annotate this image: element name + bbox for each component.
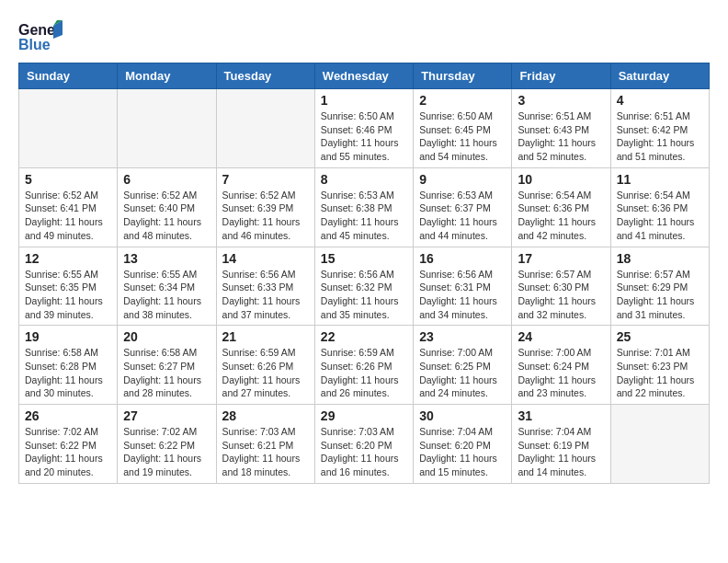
day-info: Sunrise: 6:56 AM Sunset: 6:33 PM Dayligh… bbox=[222, 268, 309, 322]
svg-text:Blue: Blue bbox=[18, 37, 51, 52]
day-info: Sunrise: 6:51 AM Sunset: 6:43 PM Dayligh… bbox=[518, 109, 604, 164]
weekday-header-saturday: Saturday bbox=[610, 63, 709, 89]
day-number: 7 bbox=[222, 172, 309, 187]
calendar-cell: 12Sunrise: 6:55 AM Sunset: 6:35 PM Dayli… bbox=[19, 247, 118, 326]
day-info: Sunrise: 6:59 AM Sunset: 6:26 PM Dayligh… bbox=[321, 346, 407, 400]
calendar-cell: 5Sunrise: 6:52 AM Sunset: 6:41 PM Daylig… bbox=[19, 167, 118, 247]
day-info: Sunrise: 6:52 AM Sunset: 6:39 PM Dayligh… bbox=[222, 189, 309, 243]
day-info: Sunrise: 6:57 AM Sunset: 6:30 PM Dayligh… bbox=[518, 268, 604, 322]
calendar-week-3: 12Sunrise: 6:55 AM Sunset: 6:35 PM Dayli… bbox=[19, 247, 710, 326]
day-number: 17 bbox=[518, 251, 604, 266]
day-info: Sunrise: 7:04 AM Sunset: 6:20 PM Dayligh… bbox=[419, 425, 506, 479]
day-number: 3 bbox=[518, 93, 604, 108]
day-number: 18 bbox=[617, 251, 703, 266]
day-number: 26 bbox=[25, 408, 111, 423]
calendar-cell: 22Sunrise: 6:59 AM Sunset: 6:26 PM Dayli… bbox=[314, 326, 413, 405]
day-info: Sunrise: 7:00 AM Sunset: 6:25 PM Dayligh… bbox=[419, 346, 506, 400]
day-number: 21 bbox=[222, 329, 309, 344]
day-info: Sunrise: 6:52 AM Sunset: 6:40 PM Dayligh… bbox=[123, 189, 210, 243]
calendar-week-2: 5Sunrise: 6:52 AM Sunset: 6:41 PM Daylig… bbox=[19, 167, 710, 247]
calendar-cell: 29Sunrise: 7:03 AM Sunset: 6:20 PM Dayli… bbox=[314, 405, 413, 484]
day-number: 22 bbox=[321, 329, 407, 344]
day-number: 13 bbox=[123, 251, 210, 266]
calendar-cell: 18Sunrise: 6:57 AM Sunset: 6:29 PM Dayli… bbox=[610, 247, 709, 326]
calendar-cell: 9Sunrise: 6:53 AM Sunset: 6:37 PM Daylig… bbox=[414, 167, 512, 247]
weekday-header-wednesday: Wednesday bbox=[314, 63, 413, 89]
calendar-cell: 17Sunrise: 6:57 AM Sunset: 6:30 PM Dayli… bbox=[512, 247, 610, 326]
calendar-cell: 28Sunrise: 7:03 AM Sunset: 6:21 PM Dayli… bbox=[216, 405, 314, 484]
day-info: Sunrise: 6:55 AM Sunset: 6:35 PM Dayligh… bbox=[25, 268, 111, 322]
day-info: Sunrise: 6:56 AM Sunset: 6:32 PM Dayligh… bbox=[321, 268, 407, 322]
day-number: 31 bbox=[518, 408, 604, 423]
day-number: 19 bbox=[25, 329, 111, 344]
calendar-cell: 4Sunrise: 6:51 AM Sunset: 6:42 PM Daylig… bbox=[610, 89, 709, 168]
day-number: 8 bbox=[321, 172, 407, 187]
calendar-cell: 27Sunrise: 7:02 AM Sunset: 6:22 PM Dayli… bbox=[118, 405, 216, 484]
calendar-table: SundayMondayTuesdayWednesdayThursdayFrid… bbox=[18, 63, 710, 484]
calendar-cell: 6Sunrise: 6:52 AM Sunset: 6:40 PM Daylig… bbox=[118, 167, 216, 247]
calendar-week-5: 26Sunrise: 7:02 AM Sunset: 6:22 PM Dayli… bbox=[19, 405, 710, 484]
day-number: 16 bbox=[419, 251, 506, 266]
calendar-cell: 14Sunrise: 6:56 AM Sunset: 6:33 PM Dayli… bbox=[216, 247, 314, 326]
day-info: Sunrise: 6:50 AM Sunset: 6:46 PM Dayligh… bbox=[321, 109, 407, 164]
calendar-cell: 25Sunrise: 7:01 AM Sunset: 6:23 PM Dayli… bbox=[610, 326, 709, 405]
day-info: Sunrise: 6:57 AM Sunset: 6:29 PM Dayligh… bbox=[617, 268, 703, 322]
calendar-week-1: 1Sunrise: 6:50 AM Sunset: 6:46 PM Daylig… bbox=[19, 89, 710, 168]
day-info: Sunrise: 7:03 AM Sunset: 6:20 PM Dayligh… bbox=[321, 425, 407, 479]
day-info: Sunrise: 6:53 AM Sunset: 6:38 PM Dayligh… bbox=[321, 189, 407, 243]
day-number: 15 bbox=[321, 251, 407, 266]
day-info: Sunrise: 7:03 AM Sunset: 6:21 PM Dayligh… bbox=[222, 425, 309, 479]
calendar-cell bbox=[19, 89, 118, 168]
calendar-cell: 10Sunrise: 6:54 AM Sunset: 6:36 PM Dayli… bbox=[512, 167, 610, 247]
day-number: 10 bbox=[518, 172, 604, 187]
calendar-cell: 16Sunrise: 6:56 AM Sunset: 6:31 PM Dayli… bbox=[414, 247, 512, 326]
day-number: 12 bbox=[25, 251, 111, 266]
weekday-header-sunday: Sunday bbox=[19, 63, 118, 89]
day-info: Sunrise: 6:58 AM Sunset: 6:27 PM Dayligh… bbox=[123, 346, 210, 400]
day-number: 14 bbox=[222, 251, 309, 266]
calendar-cell bbox=[118, 89, 216, 168]
day-info: Sunrise: 7:01 AM Sunset: 6:23 PM Dayligh… bbox=[617, 346, 703, 400]
calendar-cell: 1Sunrise: 6:50 AM Sunset: 6:46 PM Daylig… bbox=[314, 89, 413, 168]
calendar-cell bbox=[216, 89, 314, 168]
day-number: 27 bbox=[123, 408, 210, 423]
logo-icon: General Blue bbox=[18, 18, 63, 53]
day-info: Sunrise: 7:04 AM Sunset: 6:19 PM Dayligh… bbox=[518, 425, 604, 479]
day-number: 4 bbox=[617, 93, 703, 108]
weekday-header-tuesday: Tuesday bbox=[216, 63, 314, 89]
day-number: 2 bbox=[419, 93, 506, 108]
day-info: Sunrise: 6:53 AM Sunset: 6:37 PM Dayligh… bbox=[419, 189, 506, 243]
day-number: 25 bbox=[617, 329, 703, 344]
logo: General Blue bbox=[18, 18, 63, 53]
day-info: Sunrise: 6:52 AM Sunset: 6:41 PM Dayligh… bbox=[25, 189, 111, 243]
day-info: Sunrise: 6:59 AM Sunset: 6:26 PM Dayligh… bbox=[222, 346, 309, 400]
day-number: 11 bbox=[617, 172, 703, 187]
calendar-cell bbox=[610, 405, 709, 484]
weekday-header-thursday: Thursday bbox=[414, 63, 512, 89]
day-number: 20 bbox=[123, 329, 210, 344]
calendar-cell: 24Sunrise: 7:00 AM Sunset: 6:24 PM Dayli… bbox=[512, 326, 610, 405]
page-header: General Blue bbox=[18, 18, 710, 53]
calendar-cell: 3Sunrise: 6:51 AM Sunset: 6:43 PM Daylig… bbox=[512, 89, 610, 168]
day-info: Sunrise: 6:54 AM Sunset: 6:36 PM Dayligh… bbox=[617, 189, 703, 243]
day-info: Sunrise: 7:02 AM Sunset: 6:22 PM Dayligh… bbox=[123, 425, 210, 479]
calendar-cell: 19Sunrise: 6:58 AM Sunset: 6:28 PM Dayli… bbox=[19, 326, 118, 405]
day-number: 5 bbox=[25, 172, 111, 187]
weekday-header-monday: Monday bbox=[118, 63, 216, 89]
day-info: Sunrise: 6:56 AM Sunset: 6:31 PM Dayligh… bbox=[419, 268, 506, 322]
calendar-cell: 30Sunrise: 7:04 AM Sunset: 6:20 PM Dayli… bbox=[414, 405, 512, 484]
day-info: Sunrise: 6:51 AM Sunset: 6:42 PM Dayligh… bbox=[617, 109, 703, 164]
day-info: Sunrise: 7:00 AM Sunset: 6:24 PM Dayligh… bbox=[518, 346, 604, 400]
day-info: Sunrise: 6:50 AM Sunset: 6:45 PM Dayligh… bbox=[419, 109, 506, 164]
day-number: 1 bbox=[321, 93, 407, 108]
day-number: 28 bbox=[222, 408, 309, 423]
day-number: 9 bbox=[419, 172, 506, 187]
day-number: 30 bbox=[419, 408, 506, 423]
calendar-cell: 8Sunrise: 6:53 AM Sunset: 6:38 PM Daylig… bbox=[314, 167, 413, 247]
calendar-cell: 23Sunrise: 7:00 AM Sunset: 6:25 PM Dayli… bbox=[414, 326, 512, 405]
day-number: 24 bbox=[518, 329, 604, 344]
calendar-cell: 11Sunrise: 6:54 AM Sunset: 6:36 PM Dayli… bbox=[610, 167, 709, 247]
calendar-week-4: 19Sunrise: 6:58 AM Sunset: 6:28 PM Dayli… bbox=[19, 326, 710, 405]
day-info: Sunrise: 6:54 AM Sunset: 6:36 PM Dayligh… bbox=[518, 189, 604, 243]
weekday-header-friday: Friday bbox=[512, 63, 610, 89]
